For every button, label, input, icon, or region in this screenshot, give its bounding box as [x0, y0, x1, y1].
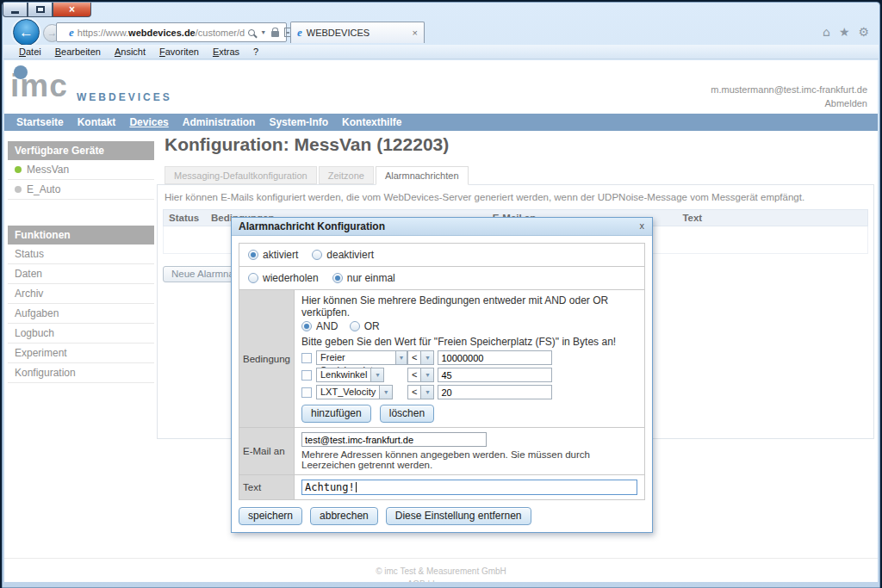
condition-checkbox[interactable] — [301, 353, 312, 363]
menu-bearbeiten[interactable]: Bearbeiten — [48, 46, 108, 58]
sidebar-item-e-auto[interactable]: E_Auto — [8, 180, 154, 200]
menu-favoriten[interactable]: Favoriten — [152, 46, 206, 58]
save-button[interactable]: speichern — [239, 507, 302, 525]
sidebar-item-logbuch[interactable]: Logbuch — [8, 324, 154, 344]
agb-link[interactable]: AGB — [407, 579, 425, 582]
menu-ansicht[interactable]: Ansicht — [108, 46, 152, 58]
home-icon[interactable]: ⌂ — [823, 25, 830, 39]
email-input[interactable] — [301, 432, 487, 447]
email-hint: Mehrere Adressen können angegeben werden… — [301, 449, 637, 470]
condition-row: LXT_Velocity▼ <▼ — [301, 385, 637, 399]
url-text: https://www.webdevices.de/customer/d — [78, 28, 245, 38]
tab-messaging-defaultkonfiguration[interactable]: Messaging-Defaultkonfiguration — [165, 166, 317, 184]
radio-wiederholen[interactable]: wiederholen — [248, 272, 319, 284]
sidebar-item-daten[interactable]: Daten — [8, 264, 154, 284]
remove-setting-button[interactable]: Diese Einstellung entfernen — [386, 507, 531, 525]
condition-checkbox[interactable] — [301, 387, 312, 398]
dialog-title-bar[interactable]: Alarmnachricht Konfiguration x — [232, 218, 652, 236]
nav-administration[interactable]: Administration — [176, 114, 263, 131]
back-icon: ← — [19, 24, 34, 40]
condition-value-input[interactable] — [438, 350, 552, 365]
nav-devices[interactable]: Devices — [122, 114, 175, 131]
chevron-down-icon[interactable]: ▼ — [370, 368, 383, 381]
tab-zeitzone[interactable]: Zeitzone — [319, 166, 374, 184]
browser-window: × ← → e https://www.webdevices.de/custom… — [2, 2, 880, 588]
functions-header: Funktionen — [8, 226, 154, 244]
delete-condition-button[interactable]: löschen — [380, 405, 434, 423]
chevron-down-icon[interactable]: ▼ — [420, 368, 433, 381]
nav-startseite[interactable]: Startseite — [9, 114, 71, 131]
nav-kontexthilfe[interactable]: Kontexthilfe — [335, 114, 408, 131]
radio-or[interactable]: OR — [350, 320, 380, 332]
maximize-icon — [36, 6, 45, 13]
sidebar-item-archiv[interactable]: Archiv — [8, 284, 154, 304]
condition-checkbox[interactable] — [301, 370, 312, 381]
text-input[interactable]: Achtung! — [301, 480, 637, 495]
dialog-form: aktiviert deaktiviert wiederholen nur ei… — [239, 243, 645, 500]
channel-select[interactable]: Lenkwinkel▼ — [316, 368, 384, 382]
sidebar-item-status[interactable]: Status — [8, 244, 154, 264]
devices-header: Verfügbare Geräte — [8, 141, 154, 160]
condition-row: Freier Speicherplatz▼ <▼ — [301, 350, 637, 365]
chevron-down-icon[interactable]: ▼ — [379, 386, 392, 399]
dialog-close-icon[interactable]: x — [640, 220, 645, 231]
condition-row: Lenkwinkel▼ <▼ — [301, 368, 637, 382]
radio-and[interactable]: AND — [301, 320, 338, 332]
address-bar[interactable]: e https://www.webdevices.de/customer/d ▼… — [56, 22, 287, 42]
window-controls: × — [3, 3, 91, 17]
chevron-down-icon[interactable]: ▼ — [260, 29, 266, 35]
radio-icon — [248, 250, 258, 260]
chevron-down-icon[interactable]: ▼ — [420, 351, 433, 364]
chevron-down-icon[interactable]: ▼ — [395, 351, 407, 364]
page-viewport: imc WEBDEVICES m.mustermann@test.imc-fra… — [4, 60, 878, 582]
close-button[interactable]: × — [53, 3, 91, 17]
maximize-button[interactable] — [28, 3, 53, 17]
channel-select[interactable]: Freier Speicherplatz▼ — [316, 350, 407, 365]
add-condition-button[interactable]: hinzufügen — [301, 405, 371, 423]
settings-gear-icon[interactable]: ⚙ — [858, 25, 869, 39]
menu-extras[interactable]: Extras — [206, 46, 246, 58]
browser-tab[interactable]: e WEBDEVICES × — [290, 22, 425, 43]
menu-hilfe[interactable]: ? — [246, 46, 265, 58]
radio-icon — [312, 250, 322, 260]
cancel-button[interactable]: abbrechen — [310, 507, 378, 525]
sidebar-item-konfiguration[interactable]: Konfiguration — [8, 363, 154, 383]
minimize-button[interactable] — [3, 3, 28, 17]
channel-select[interactable]: LXT_Velocity▼ — [316, 385, 393, 399]
panel-description: Hier können E-Mails konfiguriert werden,… — [158, 185, 873, 207]
nav-kontakt[interactable]: Kontakt — [71, 114, 123, 131]
col-text: Text — [677, 210, 867, 226]
radio-aktiviert[interactable]: aktiviert — [248, 249, 298, 261]
menu-datei[interactable]: Datei — [12, 46, 48, 58]
condition-value-input[interactable] — [438, 385, 552, 399]
nav-system-info[interactable]: System-Info — [262, 114, 335, 131]
sidebar-item-aufgaben[interactable]: Aufgaben — [8, 304, 154, 324]
radio-icon — [332, 273, 343, 283]
dialog-body: aktiviert deaktiviert wiederholen nur ei… — [232, 236, 652, 532]
operator-select[interactable]: <▼ — [407, 368, 434, 382]
back-button[interactable]: ← — [13, 19, 40, 46]
account-info: m.mustermann@test.imc-frankfurt.de Abmel… — [711, 83, 867, 110]
brand-dot-icon — [14, 65, 28, 79]
tab-close-icon[interactable]: × — [413, 28, 418, 38]
sidebar: Verfügbare Geräte MessVan E_Auto Funktio… — [8, 141, 154, 383]
sidebar-item-experiment[interactable]: Experiment — [8, 344, 154, 363]
search-icon[interactable] — [248, 29, 255, 36]
operator-select[interactable]: <▼ — [407, 350, 434, 365]
impressum-link[interactable]: Impressum — [432, 579, 475, 582]
chevron-down-icon[interactable]: ▼ — [420, 386, 433, 399]
alarm-config-dialog: Alarmnachricht Konfiguration x aktiviert… — [231, 217, 653, 533]
ie-favicon-icon: e — [297, 26, 302, 40]
radio-deaktiviert[interactable]: deaktiviert — [312, 249, 374, 261]
logout-link[interactable]: Abmelden — [711, 96, 867, 110]
tab-alarmnachrichten[interactable]: Alarmnachrichten — [376, 166, 469, 185]
email-label: E-Mail an — [239, 428, 295, 474]
condition-value-input[interactable] — [438, 368, 552, 382]
favorites-star-icon[interactable]: ★ — [839, 25, 850, 39]
operator-select[interactable]: <▼ — [407, 385, 434, 399]
footer-separator: | — [428, 579, 431, 582]
ie-logo-icon: e — [69, 26, 74, 40]
radio-nur-einmal[interactable]: nur einmal — [332, 272, 395, 284]
sidebar-item-messvan[interactable]: MessVan — [8, 160, 154, 180]
dialog-buttons: speichern abbrechen Diese Einstellung en… — [239, 507, 645, 525]
